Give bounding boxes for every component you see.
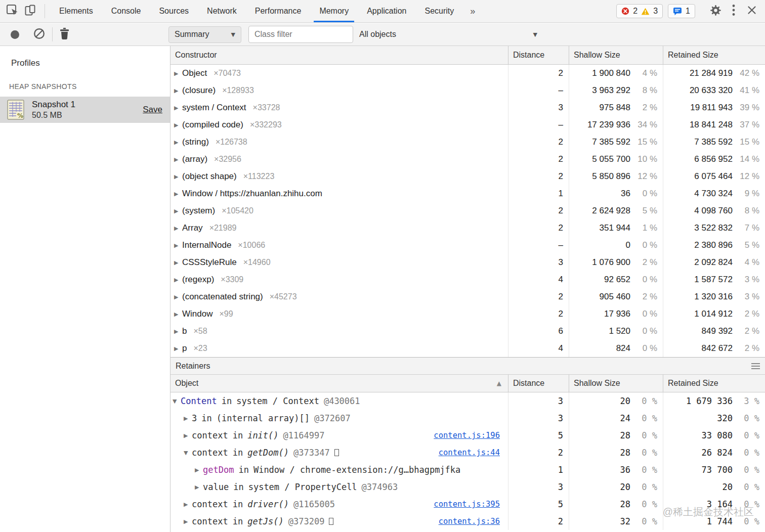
issues-badge[interactable]: 2 3 — [616, 4, 663, 18]
disclosure-triangle-icon[interactable]: ▶ — [174, 328, 182, 335]
retained-size-cell: 1 679 3363 % — [663, 392, 765, 410]
tab-console[interactable]: Console — [102, 0, 150, 22]
source-link[interactable]: content.js:44 — [439, 448, 508, 457]
table-row[interactable]: ▶(array)×3295625 055 70010 %6 856 95214 … — [171, 151, 765, 168]
table-row[interactable]: ▶Array×219892351 9441 %3 522 8327 % — [171, 219, 765, 237]
retainer-row[interactable]: ▶contextindriver()@1165005content.js:395… — [171, 496, 765, 513]
disclosure-triangle-icon[interactable]: ▶ — [174, 225, 182, 232]
table-row[interactable]: ▶(concatenated string)×452732905 4602 %1… — [171, 288, 765, 305]
source-link[interactable]: content.js:36 — [439, 517, 508, 526]
column-header-distance[interactable]: Distance — [508, 46, 569, 64]
table-row[interactable]: ▶(compiled code)×332293–17 239 93634 %18… — [171, 116, 765, 134]
tab-memory[interactable]: Memory — [310, 0, 358, 22]
column-header-distance[interactable]: Distance — [508, 375, 569, 392]
tab-application[interactable]: Application — [358, 0, 415, 22]
disclosure-triangle-icon[interactable]: ▶ — [184, 518, 192, 525]
table-row[interactable]: ▶(regexp)×3309492 6520 %1 587 5723 % — [171, 271, 765, 288]
table-row[interactable]: ▶Object×7047321 900 8404 %21 284 91942 % — [171, 65, 765, 82]
disclosure-triangle-icon[interactable]: ▶ — [174, 294, 182, 300]
table-row[interactable]: ▶b×5861 5200 %849 3922 % — [171, 323, 765, 340]
disclosure-triangle-icon[interactable]: ▶ — [174, 259, 182, 266]
distance-cell: 4 — [508, 271, 569, 288]
trash-icon — [60, 28, 69, 41]
record-heap-snapshot-button[interactable] — [11, 30, 19, 39]
column-header-retained-size[interactable]: Retained Size — [663, 375, 765, 392]
column-header-shallow-size[interactable]: Shallow Size — [569, 46, 663, 64]
table-row[interactable]: ▶(closure)×128933–3 963 2928 %20 633 320… — [171, 82, 765, 99]
retainer-object-cell: ▼Contentinsystem / Context@430061 — [171, 392, 508, 410]
disclosure-triangle-icon[interactable]: ▶ — [174, 70, 182, 77]
disclosure-triangle-icon[interactable]: ▶ — [174, 105, 182, 111]
tab-sources[interactable]: Sources — [150, 0, 198, 22]
tab-elements[interactable]: Elements — [50, 0, 102, 22]
snapshot-item[interactable]: % Snapshot 1 50.5 MB Save — [0, 97, 170, 123]
table-row[interactable]: ▶system / Context×337283975 8482 %19 811… — [171, 99, 765, 116]
disclosure-triangle-icon[interactable]: ▶ — [174, 242, 182, 249]
disclosure-triangle-icon[interactable]: ▶ — [184, 415, 192, 422]
disclosure-triangle-icon[interactable]: ▶ — [174, 277, 182, 283]
disclosure-triangle-icon[interactable]: ▶ — [174, 122, 182, 128]
device-toolbar-button[interactable] — [21, 3, 39, 19]
table-row[interactable]: ▶(object shape)×11322325 850 89612 %6 07… — [171, 168, 765, 185]
retainer-row[interactable]: ▶getDominWindow / chrome-extension://g…b… — [171, 461, 765, 478]
tab-security[interactable]: Security — [415, 0, 463, 22]
retained-size-cell: 1 320 3163 % — [663, 288, 765, 305]
reveal-icon[interactable] — [334, 449, 339, 456]
column-header-retained-size[interactable]: Retained Size — [663, 46, 765, 64]
disclosure-triangle-icon[interactable]: ▶ — [174, 311, 182, 318]
disclosure-triangle-icon[interactable]: ▶ — [184, 432, 192, 439]
messages-badge[interactable]: 1 — [668, 4, 695, 18]
retainer-row[interactable]: ▶valueinsystem / PropertyCell@3749633200… — [171, 478, 765, 496]
objects-scope-select[interactable]: All objects ▼ — [359, 30, 537, 39]
retainer-row[interactable]: ▶contextininit()@1164997content.js:19652… — [171, 427, 765, 444]
disclosure-triangle-icon[interactable]: ▶ — [174, 345, 182, 352]
disclosure-triangle-icon[interactable]: ▶ — [195, 467, 203, 473]
hamburger-menu-icon[interactable] — [751, 363, 760, 369]
tab-network[interactable]: Network — [198, 0, 246, 22]
column-header-constructor[interactable]: Constructor — [171, 46, 508, 64]
retained-size-cell: 3 522 8327 % — [663, 219, 765, 237]
retainer-edge-name: context — [192, 516, 228, 526]
disclosure-triangle-icon[interactable]: ▶ — [184, 501, 192, 508]
table-row[interactable]: ▶InternalNode×10066–00 %2 380 8965 % — [171, 237, 765, 254]
settings-button[interactable] — [706, 3, 725, 19]
table-row[interactable]: ▶Window×99217 9360 %1 014 9122 % — [171, 305, 765, 323]
size-percent: 0 % — [630, 448, 663, 458]
retainer-row[interactable]: ▼contextingetDom()@373347content.js:4422… — [171, 444, 765, 461]
column-header-shallow-size[interactable]: Shallow Size — [569, 375, 663, 392]
table-row[interactable]: ▶Window / https://zhuanlan.zhihu.com1360… — [171, 185, 765, 202]
save-snapshot-link[interactable]: Save — [143, 105, 162, 115]
class-filter-input[interactable] — [248, 26, 353, 43]
column-header-object[interactable]: Object ▲ — [171, 375, 508, 392]
retainer-row[interactable]: ▶contextingetJs()@373209content.js:36232… — [171, 513, 765, 530]
disclosure-triangle-icon[interactable]: ▶ — [174, 139, 182, 146]
close-devtools-button[interactable] — [743, 3, 761, 19]
retainer-row[interactable]: ▶3in(internal array)[]@3726073240 %3200 … — [171, 410, 765, 427]
delete-profile-button[interactable] — [60, 28, 69, 41]
table-row[interactable]: ▶(string)×12673827 385 59215 %7 385 5921… — [171, 134, 765, 151]
shallow-size-cell: 360 % — [569, 461, 663, 478]
source-link[interactable]: content.js:395 — [434, 500, 508, 509]
source-link[interactable]: content.js:196 — [434, 431, 508, 440]
disclosure-triangle-icon[interactable]: ▼ — [184, 450, 192, 456]
disclosure-triangle-icon[interactable]: ▶ — [174, 87, 182, 94]
disclosure-triangle-icon[interactable]: ▶ — [174, 191, 182, 197]
table-row[interactable]: ▶CSSStyleRule×1496031 076 9002 %2 092 82… — [171, 254, 765, 271]
perspective-select[interactable]: Summary ▼ — [168, 26, 241, 43]
disclosure-triangle-icon[interactable]: ▶ — [174, 208, 182, 214]
disclosure-triangle-icon[interactable]: ▶ — [195, 484, 203, 491]
disclosure-triangle-icon[interactable]: ▶ — [174, 173, 182, 180]
disclosure-triangle-icon[interactable]: ▶ — [174, 156, 182, 163]
more-tabs-chevron[interactable]: » — [463, 6, 482, 17]
table-row[interactable]: ▶p×2348240 %842 6722 % — [171, 340, 765, 357]
inspect-element-button[interactable] — [3, 3, 21, 19]
retainer-row[interactable]: ▼Contentinsystem / Context@4300613200 %1… — [171, 392, 765, 410]
clear-profiles-button[interactable] — [33, 28, 45, 41]
tab-performance[interactable]: Performance — [246, 0, 311, 22]
more-options-button[interactable] — [725, 3, 743, 19]
reveal-icon[interactable] — [329, 518, 333, 525]
table-row[interactable]: ▶(system)×10542022 624 9285 %4 098 7608 … — [171, 202, 765, 219]
disclosure-triangle-icon[interactable]: ▼ — [173, 398, 181, 405]
distance-cell: 3 — [508, 410, 569, 427]
size-percent: 3 % — [733, 275, 765, 285]
